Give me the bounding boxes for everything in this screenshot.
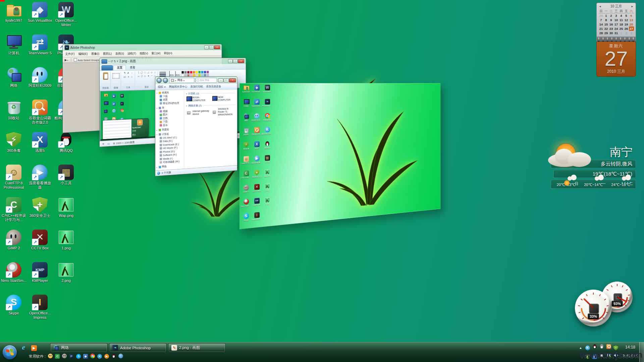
- calendar-day[interactable]: 24: [614, 26, 619, 31]
- calendar-day[interactable]: 1: [604, 13, 609, 18]
- calendar-day[interactable]: 2: [624, 31, 629, 35]
- palette-swatch[interactable]: [204, 71, 206, 73]
- desktop-icon-ciba-dict[interactable]: ↗谷歌金山词霸合作版2.0: [27, 100, 53, 132]
- desktop-icon-gimp[interactable]: ↗GIMP 2: [1, 230, 26, 262]
- taskbar-button-photoshop[interactable]: ❧Adobe Photoshop: [109, 343, 166, 352]
- desktop-icon-image-file[interactable]: 2.png: [53, 262, 79, 295]
- desktop-icon-360-safe[interactable]: +↗360安全卫士: [27, 197, 53, 230]
- calendar-day[interactable]: 10: [614, 18, 619, 22]
- desktop-icon-skype[interactable]: S↗Skype: [1, 295, 26, 327]
- tray-qq[interactable]: [592, 344, 597, 350]
- toolbar-xunlei-kankan[interactable]: ▶: [104, 354, 109, 359]
- maximize-button[interactable]: □: [233, 59, 238, 63]
- shape-icons[interactable]: ╲◯□△◇☆▭⬡▷✦◠⌂: [137, 71, 156, 78]
- taskbar-button-paint[interactable]: ✎2.png - 画图: [168, 343, 225, 352]
- maximize-button[interactable]: □: [209, 45, 214, 49]
- explorer-window[interactable]: ‹ › ▸ 网络 ▸ 搜索 网络 – □ × 组织 ▼ 网络和共享中心 添加打印…: [155, 76, 237, 176]
- palette-swatch[interactable]: [201, 71, 203, 73]
- calendar-day[interactable]: 29: [604, 31, 609, 35]
- desktop-icon-gadgets[interactable]: ▦↗小工具: [53, 165, 79, 197]
- desktop-icon-aliwangwang[interactable]: ↗阿里旺旺2009: [27, 67, 53, 100]
- menu-item-2[interactable]: 图像(I): [91, 52, 99, 56]
- palette-swatch[interactable]: [187, 71, 190, 74]
- palette-swatch[interactable]: [184, 71, 187, 74]
- paste-icon[interactable]: [102, 72, 109, 80]
- calendar-day[interactable]: 31: [614, 31, 619, 35]
- toolbar-c-cpp[interactable]: C: [55, 354, 60, 359]
- minimize-button[interactable]: –: [228, 59, 233, 63]
- tree-expander-icon[interactable]: ▾: [156, 133, 158, 136]
- tray-ciba-dict[interactable]: [606, 344, 611, 350]
- calendar-day-selected[interactable]: 27: [629, 26, 634, 31]
- quicklaunch-ie[interactable]: e: [21, 344, 26, 351]
- move-tool-icon[interactable]: ▶₊: [65, 58, 68, 62]
- toolbar-gimp[interactable]: [62, 354, 67, 359]
- network-sharing-center-button[interactable]: 网络和共享中心: [169, 85, 187, 89]
- toolbar-browser-globe[interactable]: [118, 354, 123, 359]
- calendar-day[interactable]: 3: [629, 31, 634, 35]
- palette-swatch[interactable]: [206, 71, 209, 73]
- photoshop-titlebar[interactable]: ❧ Adobe Photoshop – □ ×: [63, 44, 222, 51]
- calendar-gadget[interactable]: ◄ 10 三月 ► 日一二三四五六28123456789101112131415…: [596, 3, 636, 77]
- tree-expander-icon[interactable]: ▸: [156, 129, 158, 131]
- menu-item-8[interactable]: 帮助(H): [164, 51, 172, 55]
- menu-item-4[interactable]: 选择(S): [115, 52, 124, 56]
- minimize-button[interactable]: –: [204, 45, 209, 49]
- toolbar-photoshop[interactable]: P: [69, 354, 74, 359]
- add-wireless-device-button[interactable]: 添加无线设备: [206, 84, 221, 88]
- taskbar-button-network[interactable]: 网络: [50, 343, 107, 352]
- desktop-icon-cctv-box[interactable]: ✕↗CCTV Box: [27, 230, 53, 262]
- section-header[interactable]: ▾网络设施 (2): [186, 103, 235, 108]
- palette-swatch[interactable]: [190, 71, 193, 74]
- tray-qq-gray[interactable]: [599, 344, 604, 350]
- search-input[interactable]: 搜索 网络: [196, 78, 217, 83]
- quicklaunch-storm-player[interactable]: ▶: [31, 345, 37, 351]
- palette-swatch[interactable]: [198, 71, 201, 73]
- paint-titlebar[interactable]: ▪ ↺ ↻ ▾ 2.png - 画图 – □ ×: [100, 58, 246, 65]
- calendar-day[interactable]: 20: [629, 22, 634, 26]
- calendar-day[interactable]: 11: [619, 18, 624, 22]
- color1-swatch[interactable]: 颜色1: [169, 71, 174, 77]
- section-header[interactable]: ▾计算机 (2): [186, 91, 235, 95]
- toolbar-aliwangwang[interactable]: [48, 354, 53, 359]
- option-auto-select[interactable]: Auto Select Groups: [74, 58, 99, 62]
- minimize-button[interactable]: –: [218, 78, 223, 82]
- back-button[interactable]: ‹: [157, 78, 162, 83]
- close-button[interactable]: ×: [214, 45, 220, 49]
- desktop-icon-computer[interactable]: 计算机: [1, 35, 26, 67]
- close-button[interactable]: ×: [238, 59, 245, 63]
- tray-clock[interactable]: 14:18: [623, 345, 638, 350]
- calendar-day[interactable]: 12: [624, 18, 629, 22]
- calendar-day[interactable]: 5: [624, 13, 629, 18]
- quick-access-toolbar[interactable]: ▪ ↺ ↻ ▾: [108, 60, 118, 63]
- desktop-icon-xunlei[interactable]: X↗迅雷5: [27, 132, 53, 165]
- calendar-day[interactable]: 6: [629, 13, 634, 18]
- calendar-day[interactable]: 8: [604, 18, 609, 22]
- toolbar-chrome[interactable]: [90, 354, 95, 359]
- color2-swatch[interactable]: 颜色2: [175, 71, 180, 77]
- calendar-day[interactable]: 2: [609, 13, 614, 18]
- explorer-titlebar[interactable]: ‹ › ▸ 网络 ▸ 搜索 网络 – □ ×: [155, 77, 237, 84]
- address-bar[interactable]: ▸ 网络 ▸: [169, 78, 194, 83]
- close-button[interactable]: ×: [229, 78, 236, 82]
- calendar-day[interactable]: 28: [599, 13, 604, 18]
- palette-swatch[interactable]: [193, 71, 195, 73]
- paint-menu-button[interactable]: [102, 59, 107, 63]
- desktop-icon-teamviewer[interactable]: ⇄↗TeamViewer 5: [27, 35, 53, 67]
- calendar-day[interactable]: 17: [614, 22, 619, 26]
- calendar-day[interactable]: 1: [619, 31, 624, 35]
- desktop-icon-openoffice-writer[interactable]: W↗OpenOffice... Writer: [53, 2, 79, 35]
- desktop-icon-nero[interactable]: ↗Nero StartSm...: [1, 262, 26, 295]
- calendar-day[interactable]: 16: [609, 22, 614, 26]
- tool-icons[interactable]: ✎A◌▭⌖○: [123, 71, 133, 79]
- toolbar-kugou[interactable]: K: [97, 354, 102, 359]
- desktop-icon-network[interactable]: 网络: [1, 67, 26, 100]
- menu-item-6[interactable]: 视图(V): [140, 52, 148, 56]
- calendar-day[interactable]: 28: [599, 31, 604, 35]
- calendar-day[interactable]: 22: [604, 26, 609, 31]
- qat-dropdown-icon[interactable]: ▾: [117, 60, 118, 63]
- tray-tray-expand[interactable]: ▲: [578, 344, 583, 351]
- menu-item-3[interactable]: 图层(L): [103, 52, 112, 56]
- add-printer-button[interactable]: 添加打印机: [191, 85, 203, 89]
- cpu-meter-gadget[interactable]: 93% 33%: [567, 279, 644, 333]
